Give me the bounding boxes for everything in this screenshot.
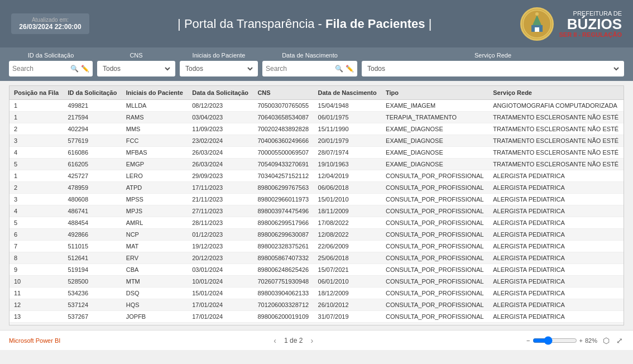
table-cell: ALERGISTA PEDIATRICA: [488, 241, 624, 252]
table-cell: 28/07/1974: [314, 147, 382, 159]
table-cell: 12/04/2019: [314, 170, 382, 182]
table-cell: 898003904062133: [253, 288, 313, 299]
table-cell: 08/12/2023: [188, 100, 253, 112]
prefeitura-info: PREFEITURA DE BÚZIOS SER II - REGULAÇÃO: [559, 10, 622, 38]
table-cell: 480608: [63, 194, 121, 205]
table-row: 8512641ERV20/12/202389800586740733225/06…: [9, 252, 624, 264]
table-cell: 19/10/1963: [314, 159, 382, 170]
col-iniciais: Iniciais do Paciente: [122, 86, 188, 100]
table-cell: 28/11/2023: [188, 217, 253, 229]
table-cell: CBA: [122, 264, 188, 276]
table-cell: 898006299767563: [253, 182, 313, 194]
filter-servico-select-wrap: Todos: [362, 61, 624, 76]
table-cell: ALERGISTA PEDIATRICA: [488, 252, 624, 264]
share-button[interactable]: ⬡: [602, 335, 611, 346]
filter-nascimento-input[interactable]: [266, 65, 333, 73]
table-cell: CONSULTA_POR_PROFISSIONAL: [381, 205, 488, 217]
table-cell: 492866: [63, 229, 121, 241]
zoom-slider-input[interactable]: [533, 336, 577, 345]
table-row: 1425727LERO29/09/202370340425715211212/0…: [9, 170, 624, 182]
table-cell: 705409433270691: [253, 159, 313, 170]
table-cell: ALERGISTA PEDIATRICA: [488, 229, 624, 241]
ser-label: SER II: [559, 31, 577, 38]
table-cell: ALERGISTA PEDIATRICA: [488, 288, 624, 299]
table-cell: 17/11/2023: [188, 182, 253, 194]
table-cell: 4: [9, 147, 63, 159]
zoom-minus-icon: −: [526, 337, 530, 344]
table-cell: 12/08/2022: [314, 229, 382, 241]
table-cell: 23/02/2024: [188, 135, 253, 147]
table-row: 5488454AMRL28/11/202389800629951796617/0…: [9, 217, 624, 229]
page-total: 2: [299, 337, 303, 344]
table-cell: 8: [9, 252, 63, 264]
table-cell: 1: [9, 100, 63, 112]
table-row: 2402294MMS11/09/202370020248389282815/11…: [9, 123, 624, 135]
table-cell: 26/10/2012: [314, 299, 382, 311]
filter-nascimento-group: Data de Nascimento 🔍 ✏️: [262, 52, 357, 76]
table-row: 3480608MPSS21/11/202389800296601197315/0…: [9, 194, 624, 205]
table-row: 4486741MPJS27/11/202389800397447549618/1…: [9, 205, 624, 217]
powerbi-link-wrap: Microsoft Power BI: [9, 337, 60, 344]
next-page-button[interactable]: ›: [308, 336, 315, 345]
table-cell: HASA: [122, 323, 188, 326]
filter-id-input[interactable]: [12, 65, 68, 73]
table-row: 6492866NCP01/12/202389800629963008712/08…: [9, 229, 624, 241]
table-cell: 26/03/2024: [188, 159, 253, 170]
table-cell: 15/11/1990: [314, 123, 382, 135]
table-row: 2478959ATPD17/11/202389800629976756306/0…: [9, 182, 624, 194]
table-cell: 616205: [63, 159, 121, 170]
table-cell: TRATAMENTO ESCLEROSANTE NÃO ESTÉ: [488, 147, 624, 159]
table-cell: 3: [9, 135, 63, 147]
table-cell: 7: [9, 241, 63, 252]
table-row: 11534236DSQ15/01/202489800390406213318/1…: [9, 288, 624, 299]
table-cell: 512641: [63, 252, 121, 264]
table-cell: 27/11/2023: [188, 205, 253, 217]
title-suffix: |: [425, 17, 432, 31]
table-cell: CONSULTA_POR_PROFISSIONAL: [381, 288, 488, 299]
table-row: 3577619FCC23/02/202470400636024966620/01…: [9, 135, 624, 147]
header-right: PREFEITURA DE BÚZIOS SER II - REGULAÇÃO: [520, 7, 622, 41]
table-cell: 425727: [63, 170, 121, 182]
table-cell: 1: [9, 170, 63, 182]
table-cell: 26/03/2024: [188, 147, 253, 159]
svg-point-4: [535, 12, 539, 16]
pref-sub: SER II - REGULAÇÃO: [559, 31, 622, 38]
filter-id-group: ID da Solicitação 🔍 ✏️: [9, 52, 93, 76]
powerbi-link[interactable]: Microsoft Power BI: [9, 337, 60, 344]
table-cell: MLLDA: [122, 100, 188, 112]
table-cell: 29/09/2023: [188, 170, 253, 182]
table-cell: 15/01/2010: [314, 194, 382, 205]
table-cell: 15/07/2021: [314, 264, 382, 276]
table-cell: CONSULTA_POR_PROFISSIONAL: [381, 252, 488, 264]
table-cell: EXAME_DIAGNOSE: [381, 123, 488, 135]
edit-icon-2: ✏️: [346, 65, 354, 73]
table-cell: 898006200019109: [253, 311, 313, 323]
prev-page-button[interactable]: ‹: [271, 336, 279, 345]
table-cell: ERV: [122, 252, 188, 264]
title-bold: Fila de Pacientes: [325, 17, 425, 31]
table-cell: CONSULTA_POR_PROFISSIONAL: [381, 276, 488, 288]
expand-button[interactable]: ⤢: [615, 335, 624, 346]
table-row: 7511015MAT19/12/202389800232837526122/06…: [9, 241, 624, 252]
table-cell: EXAME_DIAGNOSE: [381, 147, 488, 159]
table-cell: 217594: [63, 112, 121, 123]
table-cell: 577619: [63, 135, 121, 147]
table-cell: TRATAMENTO ESCLEROSANTE NÃO ESTÉ: [488, 159, 624, 170]
table-cell: 540216: [63, 323, 121, 326]
table-cell: NCP: [122, 229, 188, 241]
filter-nascimento-label: Data de Nascimento: [262, 52, 357, 59]
table-cell: 13: [9, 311, 63, 323]
filter-servico-select[interactable]: Todos: [365, 64, 621, 73]
table-body: 1499821MLLDA08/12/202370500307076505515/…: [9, 100, 624, 326]
filter-cns-select[interactable]: Todos: [100, 64, 172, 73]
updated-timestamp: Atualizado em: 26/03/2024 22:00:00: [11, 13, 89, 34]
filter-iniciais-select[interactable]: Todos: [183, 64, 255, 73]
table-cell: 6: [9, 229, 63, 241]
table-cell: 31/07/2019: [314, 311, 382, 323]
table-cell: 12: [9, 299, 63, 311]
zoom-control: − + 82%: [526, 336, 597, 345]
table-cell: EXAME_IMAGEM: [381, 100, 488, 112]
table-cell: 511015: [63, 241, 121, 252]
table-cell: 5: [9, 159, 63, 170]
table-cell: MTM: [122, 276, 188, 288]
